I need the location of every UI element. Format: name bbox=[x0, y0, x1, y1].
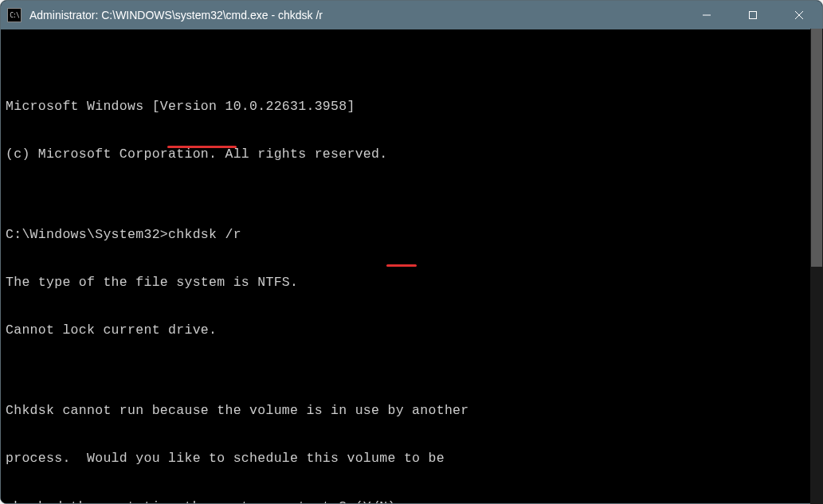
output-line: (c) Microsoft Corporation. All rights re… bbox=[6, 147, 822, 162]
output-line: Chkdsk cannot run because the volume is … bbox=[6, 403, 822, 419]
user-input: y bbox=[404, 499, 412, 503]
output-line: checked the next time the system restart… bbox=[6, 499, 822, 503]
maximize-button[interactable] bbox=[730, 1, 776, 29]
window-title: Administrator: C:\WINDOWS\system32\cmd.e… bbox=[29, 9, 684, 21]
minimize-button[interactable] bbox=[684, 1, 730, 29]
close-icon bbox=[794, 10, 804, 20]
annotation-underline bbox=[167, 146, 237, 148]
scrollbar-track[interactable] bbox=[810, 29, 823, 504]
prompt-command: chkdsk /r bbox=[168, 227, 241, 242]
terminal-content: Microsoft Windows [Version 10.0.22631.39… bbox=[6, 66, 822, 503]
output-line: The type of the file system is NTFS. bbox=[6, 275, 822, 291]
prompt-question: checked the next time the system restart… bbox=[6, 499, 404, 503]
window-controls bbox=[684, 1, 822, 29]
svg-rect-1 bbox=[750, 12, 757, 19]
close-button[interactable] bbox=[776, 1, 822, 29]
output-line: process. Would you like to schedule this… bbox=[6, 451, 822, 467]
output-line: Microsoft Windows [Version 10.0.22631.39… bbox=[6, 99, 822, 115]
scrollbar-thumb[interactable] bbox=[811, 29, 822, 267]
annotation-underline bbox=[386, 264, 417, 267]
terminal-area[interactable]: Microsoft Windows [Version 10.0.22631.39… bbox=[1, 29, 822, 503]
prompt-path: C:\Windows\System32> bbox=[6, 227, 168, 242]
titlebar[interactable]: C:\ Administrator: C:\WINDOWS\system32\c… bbox=[1, 1, 822, 29]
prompt-line: C:\Windows\System32>chkdsk /r bbox=[6, 227, 822, 243]
maximize-icon bbox=[748, 10, 758, 20]
minimize-icon bbox=[702, 10, 711, 20]
output-line: Cannot lock current drive. bbox=[6, 322, 822, 338]
cmd-icon: C:\ bbox=[7, 8, 22, 22]
cmd-window: C:\ Administrator: C:\WINDOWS\system32\c… bbox=[0, 0, 823, 504]
